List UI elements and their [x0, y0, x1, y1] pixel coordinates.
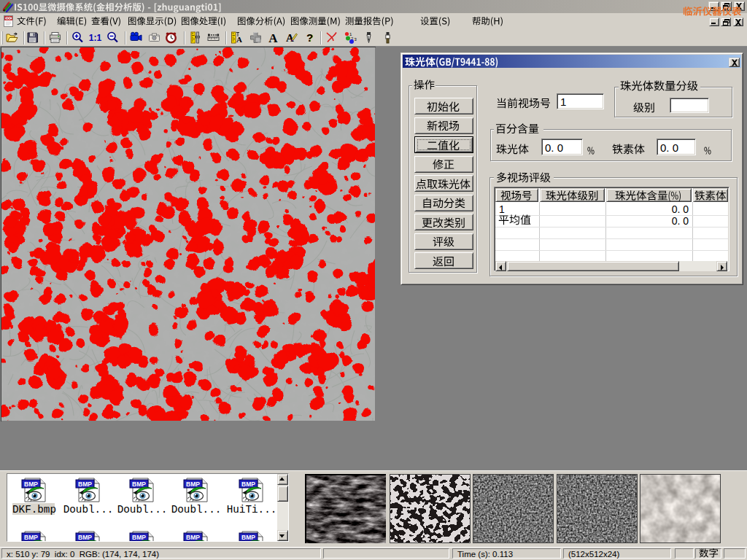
svg-text:Doubl...: Doubl... — [63, 504, 114, 516]
svg-text:DOC: DOC — [4, 17, 12, 20]
svg-text:1:1: 1:1 — [88, 33, 101, 43]
svg-text:HuiTi...: HuiTi... — [227, 504, 277, 516]
svg-text:Doubl...: Doubl... — [117, 504, 168, 516]
svg-text:?: ? — [306, 31, 312, 44]
svg-text:A: A — [236, 35, 242, 44]
svg-text:3: 3 — [354, 37, 357, 42]
svg-text:Doubl...: Doubl... — [171, 504, 222, 516]
svg-text:A: A — [268, 31, 278, 45]
svg-text:DKF.bmp: DKF.bmp — [12, 504, 56, 516]
